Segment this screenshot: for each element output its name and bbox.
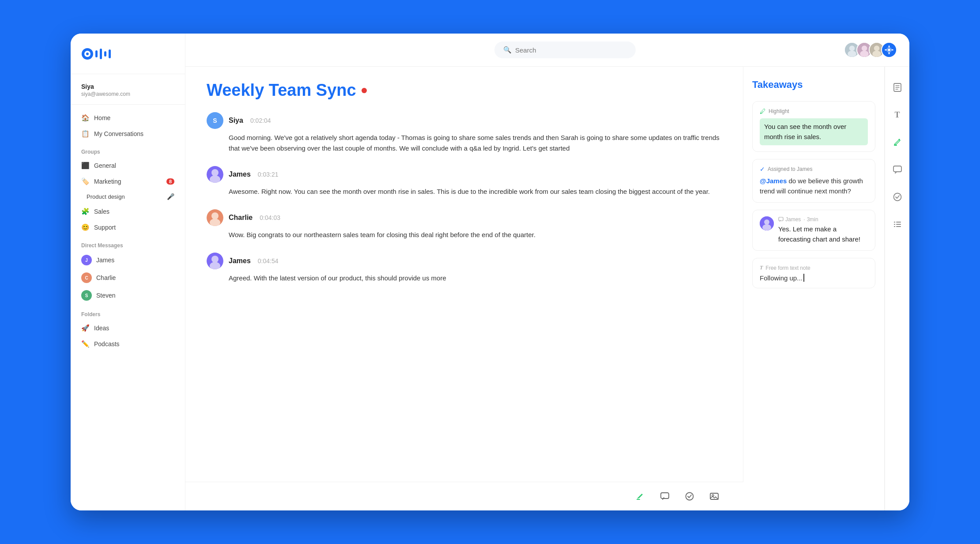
sidebar-dm-charlie[interactable]: C Charlie (71, 269, 185, 287)
right-icon-doc[interactable] (889, 79, 906, 96)
meeting-title: Weekly Team Sync (207, 81, 356, 100)
charlie-msg-time: 0:04:03 (260, 214, 280, 221)
svg-rect-40 (779, 217, 783, 221)
svg-point-24 (211, 169, 219, 176)
check-button[interactable] (682, 488, 697, 504)
message-siya: S Siya 0:02:04 Good morning. We've got a… (207, 112, 722, 154)
comment-button[interactable] (657, 488, 673, 504)
folders-section-label: Folders (71, 304, 185, 320)
james-msg-avatar (207, 166, 223, 183)
text-cursor (803, 274, 804, 282)
steven-dm-label: Steven (96, 292, 116, 299)
sidebar-dm-steven[interactable]: S Steven (71, 287, 185, 304)
home-icon: 🏠 (81, 114, 90, 122)
sidebar-dm-james[interactable]: J James (71, 251, 185, 269)
james-reply-avatar (760, 216, 774, 230)
svg-point-12 (860, 51, 869, 57)
svg-rect-6 (109, 49, 111, 58)
freeform-text: Following up... (760, 274, 803, 282)
highlight-type-icon: 🖊 (760, 108, 766, 115)
search-bar[interactable]: 🔍 (494, 42, 636, 58)
takeaway-james-reply: James · 3min Yes. Let me make a forecast… (752, 210, 875, 251)
takeaway-type-highlight: 🖊 Highlight (760, 108, 868, 115)
svg-rect-53 (896, 226, 901, 227)
svg-rect-45 (894, 145, 897, 146)
james-msg-time-2: 0:04:54 (258, 257, 279, 264)
takeaway-freeform[interactable]: T Free form text note Following up... (752, 258, 875, 288)
sidebar-item-home[interactable]: 🏠 Home (71, 110, 185, 126)
svg-point-15 (872, 51, 881, 57)
svg-rect-49 (896, 222, 901, 223)
user-email: siya@awesome.com (81, 91, 174, 97)
svg-rect-50 (894, 224, 895, 225)
product-design-label: Product design (87, 193, 125, 200)
sidebar-folder-ideas[interactable]: 🚀 Ideas (71, 320, 185, 336)
charlie-msg-name: Charlie (229, 214, 253, 222)
right-icon-pen[interactable] (889, 134, 906, 151)
svg-rect-52 (894, 226, 895, 227)
charlie-dm-label: Charlie (96, 274, 116, 281)
right-icons-panel: T (885, 67, 909, 510)
marketing-badge: 8 (166, 178, 174, 185)
highlight-button[interactable] (632, 488, 648, 504)
sidebar-item-product-design[interactable]: Product design 🎤 (71, 189, 185, 204)
right-icon-text[interactable]: T (889, 106, 906, 123)
marketing-label: Marketing (94, 178, 121, 185)
main-content: 🔍 (185, 34, 909, 510)
message-charlie: Charlie 0:04:03 Wow. Big congrats to our… (207, 209, 722, 240)
podcasts-icon: ✏️ (81, 340, 90, 348)
support-label: Support (94, 224, 116, 231)
top-avatars (844, 42, 897, 58)
top-bar: 🔍 (185, 34, 909, 67)
freeform-label: T Free form text note (760, 264, 868, 271)
assigned-type-icon: ✓ (760, 166, 765, 173)
msg-header-siya: S Siya 0:02:04 (207, 112, 722, 129)
msg-header-james-2: James 0:04:54 (207, 253, 722, 269)
freeform-input[interactable]: Following up... (760, 274, 868, 282)
svg-rect-46 (893, 166, 901, 172)
message-james-2: James 0:04:54 Agreed. With the latest ve… (207, 253, 722, 283)
svg-rect-3 (95, 50, 98, 57)
charlie-msg-text: Wow. Big congrats to our northeastern sa… (229, 230, 722, 240)
james-msg-text-1: Awesome. Right now. You can see the mont… (229, 186, 722, 197)
takeaways-panel: Takeaways 🖊 Highlight You can see the mo… (743, 67, 885, 510)
sidebar-item-my-conversations[interactable]: 📋 My Conversations (71, 126, 185, 142)
sidebar-item-sales[interactable]: 🧩 Sales (71, 204, 185, 219)
sidebar-folder-podcasts[interactable]: ✏️ Podcasts (71, 336, 185, 352)
takeaways-title: Takeaways (752, 79, 875, 91)
siya-msg-time: 0:02:04 (250, 117, 271, 124)
assigned-text: @James do we believe this growth trend w… (760, 176, 868, 196)
msg-header-james-1: James 0:03:21 (207, 166, 722, 183)
james-avatar: J (81, 255, 92, 265)
charlie-avatar: C (81, 272, 92, 283)
sidebar-item-support[interactable]: 😊 Support (71, 219, 185, 235)
freeform-icon: T (760, 264, 763, 271)
highlight-text: You can see the month over month rise in… (760, 118, 868, 145)
siya-msg-text: Good morning. We've got a relatively sho… (229, 132, 722, 154)
svg-rect-5 (104, 51, 106, 57)
sidebar-item-marketing[interactable]: 🏷️ Marketing 8 (71, 174, 185, 189)
svg-rect-33 (661, 493, 669, 499)
content-area: Weekly Team Sync S Siya 0:02:04 Good mor… (185, 67, 909, 510)
james-reply-min: 3min (807, 216, 818, 223)
james-msg-avatar-2 (207, 253, 223, 269)
right-icon-chat[interactable] (889, 161, 906, 178)
sidebar-item-general[interactable]: ⬛ General (71, 158, 185, 174)
user-name: Siya (81, 83, 174, 90)
search-input[interactable] (515, 46, 627, 54)
charlie-msg-avatar (207, 209, 223, 226)
image-button[interactable] (706, 488, 722, 504)
live-indicator (362, 88, 367, 93)
search-icon: 🔍 (503, 46, 512, 54)
ideas-icon: 🚀 (81, 324, 90, 332)
top-avatar-settings[interactable] (881, 42, 897, 58)
svg-point-9 (848, 51, 856, 57)
svg-rect-20 (889, 52, 890, 54)
assigned-type-label: Assigned to James (768, 166, 812, 172)
right-icon-check[interactable] (889, 189, 906, 205)
svg-point-47 (893, 193, 901, 201)
siya-msg-avatar: S (207, 112, 223, 129)
takeaway-highlight: 🖊 Highlight You can see the month over m… (752, 101, 875, 152)
conversations-label: My Conversations (94, 130, 143, 137)
right-icon-list[interactable] (889, 216, 906, 233)
